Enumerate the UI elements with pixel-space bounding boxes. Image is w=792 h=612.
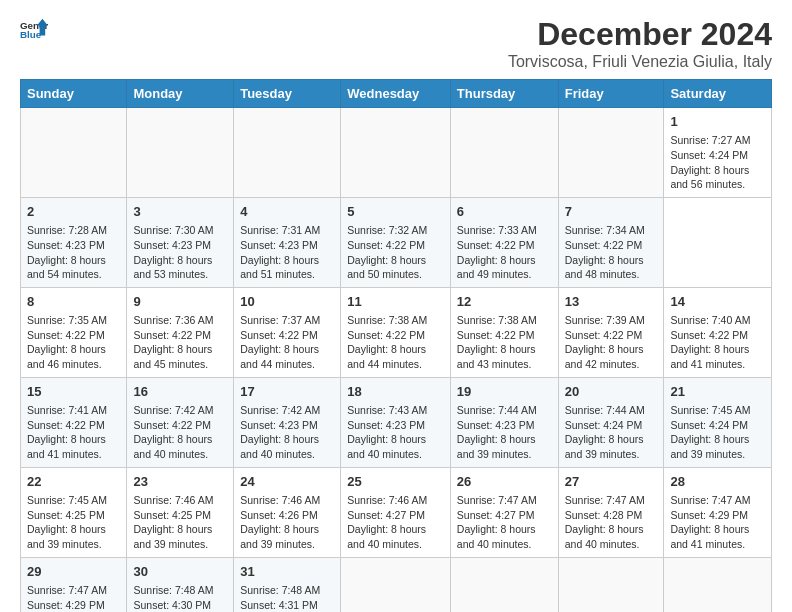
day-number: 3 <box>133 203 227 221</box>
calendar-day-header: Thursday <box>450 80 558 108</box>
sunrise-time: Sunrise: 7:40 AM <box>670 313 765 328</box>
day-number: 29 <box>27 563 120 581</box>
day-number: 18 <box>347 383 444 401</box>
sunrise-time: Sunrise: 7:46 AM <box>347 493 444 508</box>
calendar-day-cell: 31Sunrise: 7:48 AMSunset: 4:31 PMDayligh… <box>234 557 341 612</box>
calendar-header-row: SundayMondayTuesdayWednesdayThursdayFrid… <box>21 80 772 108</box>
daylight-hours: Daylight: 8 hours and 40 minutes. <box>347 522 444 551</box>
day-number: 12 <box>457 293 552 311</box>
sunset-time: Sunset: 4:24 PM <box>670 148 765 163</box>
day-number: 23 <box>133 473 227 491</box>
calendar-day-header: Monday <box>127 80 234 108</box>
daylight-hours: Daylight: 8 hours and 45 minutes. <box>133 342 227 371</box>
calendar-day-cell: 29Sunrise: 7:47 AMSunset: 4:29 PMDayligh… <box>21 557 127 612</box>
sunset-time: Sunset: 4:22 PM <box>27 418 120 433</box>
daylight-hours: Daylight: 8 hours and 40 minutes. <box>565 522 658 551</box>
calendar-week-row: 29Sunrise: 7:47 AMSunset: 4:29 PMDayligh… <box>21 557 772 612</box>
sunset-time: Sunset: 4:23 PM <box>133 238 227 253</box>
calendar-day-cell: 19Sunrise: 7:44 AMSunset: 4:23 PMDayligh… <box>450 377 558 467</box>
sunset-time: Sunset: 4:24 PM <box>565 418 658 433</box>
sunset-time: Sunset: 4:25 PM <box>133 508 227 523</box>
daylight-hours: Daylight: 8 hours and 54 minutes. <box>27 253 120 282</box>
daylight-hours: Daylight: 8 hours and 49 minutes. <box>457 253 552 282</box>
daylight-hours: Daylight: 8 hours and 44 minutes. <box>347 342 444 371</box>
sunset-time: Sunset: 4:23 PM <box>27 238 120 253</box>
sunset-time: Sunset: 4:22 PM <box>457 328 552 343</box>
calendar-week-row: 2Sunrise: 7:28 AMSunset: 4:23 PMDaylight… <box>21 197 772 287</box>
calendar-week-row: 1Sunrise: 7:27 AMSunset: 4:24 PMDaylight… <box>21 108 772 198</box>
calendar-day-cell <box>341 557 451 612</box>
calendar-day-cell <box>127 108 234 198</box>
sunset-time: Sunset: 4:22 PM <box>565 328 658 343</box>
sunrise-time: Sunrise: 7:44 AM <box>565 403 658 418</box>
daylight-hours: Daylight: 8 hours and 50 minutes. <box>347 253 444 282</box>
sunrise-time: Sunrise: 7:36 AM <box>133 313 227 328</box>
calendar-day-cell: 30Sunrise: 7:48 AMSunset: 4:30 PMDayligh… <box>127 557 234 612</box>
day-number: 30 <box>133 563 227 581</box>
sunset-time: Sunset: 4:30 PM <box>133 598 227 612</box>
calendar-day-cell: 8Sunrise: 7:35 AMSunset: 4:22 PMDaylight… <box>21 287 127 377</box>
calendar-day-cell: 23Sunrise: 7:46 AMSunset: 4:25 PMDayligh… <box>127 467 234 557</box>
sunset-time: Sunset: 4:26 PM <box>240 508 334 523</box>
sunrise-time: Sunrise: 7:44 AM <box>457 403 552 418</box>
calendar-day-cell: 24Sunrise: 7:46 AMSunset: 4:26 PMDayligh… <box>234 467 341 557</box>
day-number: 19 <box>457 383 552 401</box>
day-number: 25 <box>347 473 444 491</box>
day-number: 5 <box>347 203 444 221</box>
daylight-hours: Daylight: 8 hours and 40 minutes. <box>457 522 552 551</box>
daylight-hours: Daylight: 8 hours and 51 minutes. <box>240 253 334 282</box>
sunset-time: Sunset: 4:24 PM <box>670 418 765 433</box>
sunset-time: Sunset: 4:23 PM <box>240 238 334 253</box>
sunrise-time: Sunrise: 7:43 AM <box>347 403 444 418</box>
sunset-time: Sunset: 4:27 PM <box>457 508 552 523</box>
calendar-day-cell: 15Sunrise: 7:41 AMSunset: 4:22 PMDayligh… <box>21 377 127 467</box>
calendar-day-cell: 20Sunrise: 7:44 AMSunset: 4:24 PMDayligh… <box>558 377 664 467</box>
sunrise-time: Sunrise: 7:47 AM <box>457 493 552 508</box>
day-number: 6 <box>457 203 552 221</box>
day-number: 16 <box>133 383 227 401</box>
daylight-hours: Daylight: 8 hours and 39 minutes. <box>133 522 227 551</box>
calendar-day-cell <box>664 557 772 612</box>
sunset-time: Sunset: 4:27 PM <box>347 508 444 523</box>
sunrise-time: Sunrise: 7:33 AM <box>457 223 552 238</box>
sunrise-time: Sunrise: 7:41 AM <box>27 403 120 418</box>
sunrise-time: Sunrise: 7:42 AM <box>133 403 227 418</box>
sunrise-time: Sunrise: 7:30 AM <box>133 223 227 238</box>
calendar-week-row: 8Sunrise: 7:35 AMSunset: 4:22 PMDaylight… <box>21 287 772 377</box>
sunset-time: Sunset: 4:23 PM <box>457 418 552 433</box>
day-number: 4 <box>240 203 334 221</box>
calendar-day-cell: 7Sunrise: 7:34 AMSunset: 4:22 PMDaylight… <box>558 197 664 287</box>
sunset-time: Sunset: 4:22 PM <box>240 328 334 343</box>
calendar-day-cell: 1Sunrise: 7:27 AMSunset: 4:24 PMDaylight… <box>664 108 772 198</box>
daylight-hours: Daylight: 8 hours and 46 minutes. <box>27 342 120 371</box>
calendar-day-cell <box>450 108 558 198</box>
daylight-hours: Daylight: 8 hours and 39 minutes. <box>670 432 765 461</box>
sunset-time: Sunset: 4:22 PM <box>347 238 444 253</box>
sunrise-time: Sunrise: 7:39 AM <box>565 313 658 328</box>
calendar-day-cell: 28Sunrise: 7:47 AMSunset: 4:29 PMDayligh… <box>664 467 772 557</box>
sunset-time: Sunset: 4:25 PM <box>27 508 120 523</box>
calendar-day-cell: 21Sunrise: 7:45 AMSunset: 4:24 PMDayligh… <box>664 377 772 467</box>
day-number: 22 <box>27 473 120 491</box>
daylight-hours: Daylight: 8 hours and 44 minutes. <box>240 342 334 371</box>
day-number: 28 <box>670 473 765 491</box>
day-number: 13 <box>565 293 658 311</box>
logo: General Blue <box>20 16 48 44</box>
page-subtitle: Torviscosa, Friuli Venezia Giulia, Italy <box>508 53 772 71</box>
sunset-time: Sunset: 4:22 PM <box>133 328 227 343</box>
sunrise-time: Sunrise: 7:45 AM <box>27 493 120 508</box>
sunset-time: Sunset: 4:29 PM <box>670 508 765 523</box>
calendar-day-cell: 16Sunrise: 7:42 AMSunset: 4:22 PMDayligh… <box>127 377 234 467</box>
sunset-time: Sunset: 4:22 PM <box>27 328 120 343</box>
calendar-day-cell: 18Sunrise: 7:43 AMSunset: 4:23 PMDayligh… <box>341 377 451 467</box>
daylight-hours: Daylight: 8 hours and 39 minutes. <box>457 432 552 461</box>
calendar-day-cell <box>558 108 664 198</box>
day-number: 14 <box>670 293 765 311</box>
sunset-time: Sunset: 4:22 PM <box>565 238 658 253</box>
sunset-time: Sunset: 4:23 PM <box>240 418 334 433</box>
calendar-week-row: 22Sunrise: 7:45 AMSunset: 4:25 PMDayligh… <box>21 467 772 557</box>
calendar-day-cell: 27Sunrise: 7:47 AMSunset: 4:28 PMDayligh… <box>558 467 664 557</box>
sunset-time: Sunset: 4:22 PM <box>670 328 765 343</box>
calendar-day-header: Wednesday <box>341 80 451 108</box>
sunrise-time: Sunrise: 7:38 AM <box>457 313 552 328</box>
